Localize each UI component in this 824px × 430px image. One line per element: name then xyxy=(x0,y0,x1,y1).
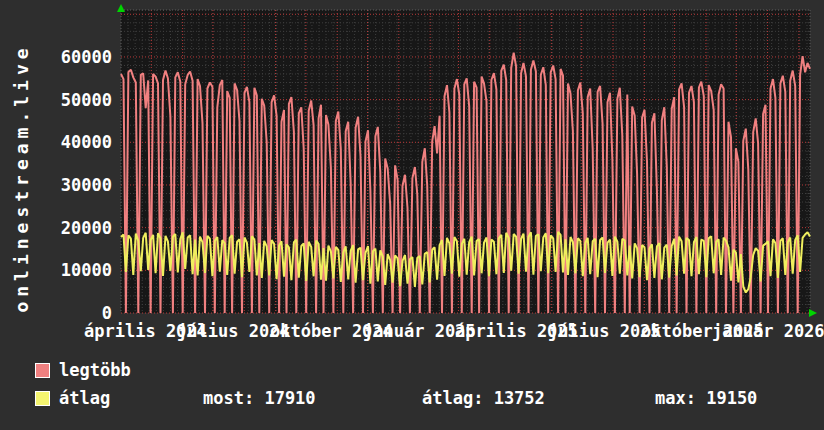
y-axis-label: 10000 xyxy=(16,261,112,279)
y-axis-arrow-icon xyxy=(117,4,125,12)
x-axis-arrow-icon xyxy=(809,309,817,317)
stat-item: most: 17910 xyxy=(203,389,316,407)
y-axis-label: 30000 xyxy=(16,176,112,194)
stat-item: max: 19150 xyxy=(655,389,757,407)
x-axis-label: január 2026 xyxy=(712,322,824,340)
y-axis-label: 0 xyxy=(16,304,112,322)
legend-label-atlag: átlag xyxy=(59,389,110,407)
y-axis-label: 20000 xyxy=(16,219,112,237)
y-axis-label: 60000 xyxy=(16,48,112,66)
stat-item: átlag: 13752 xyxy=(422,389,545,407)
y-axis-label: 40000 xyxy=(16,133,112,151)
legend-swatch-legtobb xyxy=(35,363,50,378)
rrd-graph-panel: onlinestream.live 0100002000030000400005… xyxy=(0,0,824,430)
legend-swatch-atlag xyxy=(35,391,50,406)
y-axis-label: 50000 xyxy=(16,91,112,109)
legend-label-legtobb: legtöbb xyxy=(59,361,131,379)
